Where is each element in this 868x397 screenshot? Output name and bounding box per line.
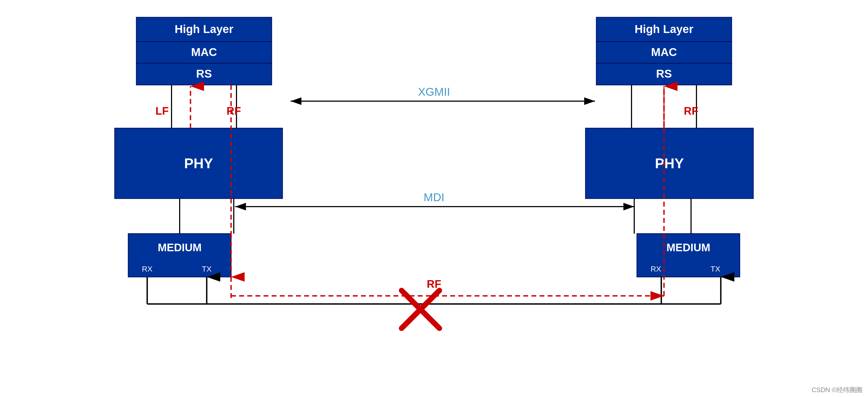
left-rf-label: RF (226, 105, 241, 117)
right-tx-text: TX (711, 265, 720, 273)
left-medium-text: MEDIUM (158, 241, 202, 254)
xgmii-label: XGMII (418, 86, 450, 98)
diagram-container: High Layer MAC RS PHY MEDIUM RX TX High … (0, 0, 868, 397)
right-rf-label: RF (684, 105, 698, 117)
lf-label: LF (156, 105, 169, 117)
left-tx-text: TX (202, 265, 212, 273)
right-mac-text: MAC (651, 46, 677, 58)
right-high-layer-text: High Layer (634, 23, 693, 35)
left-high-layer-text: High Layer (175, 23, 233, 35)
right-medium-text: MEDIUM (666, 241, 710, 254)
left-phy-text: PHY (184, 156, 213, 171)
watermark: CSDN ©经纬圈圈 (812, 386, 863, 394)
left-rs-text: RS (196, 67, 212, 80)
main-svg: High Layer MAC RS PHY MEDIUM RX TX High … (55, 9, 813, 388)
right-rs-text: RS (656, 67, 672, 80)
left-rx-text: RX (142, 265, 153, 273)
right-phy-text: PHY (655, 156, 684, 171)
mdi-label: MDI (424, 191, 444, 204)
right-rx-text: RX (651, 265, 661, 273)
left-mac-text: MAC (191, 46, 217, 58)
